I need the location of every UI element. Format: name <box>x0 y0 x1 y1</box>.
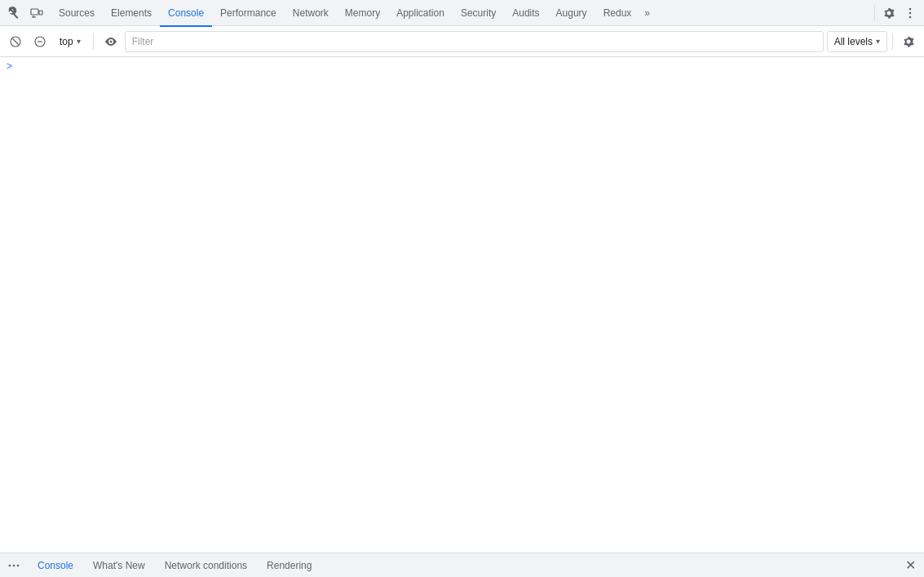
close-drawer-button[interactable]: ✕ <box>900 555 921 576</box>
tab-network-conditions[interactable]: Network conditions <box>155 554 257 578</box>
svg-rect-1 <box>39 11 42 15</box>
preserve-log-button[interactable] <box>29 31 51 52</box>
context-arrow: ▾ <box>77 37 81 46</box>
levels-arrow: ▾ <box>876 37 880 46</box>
context-selector[interactable]: top ▾ <box>54 31 86 52</box>
tab-elements[interactable]: Elements <box>103 1 160 27</box>
tab-memory[interactable]: Memory <box>337 1 388 27</box>
more-tabs-button[interactable]: » <box>639 0 655 26</box>
prompt-arrow: > <box>7 60 12 72</box>
inspect-element-button[interactable] <box>3 2 24 24</box>
device-toolbar-button[interactable] <box>26 2 47 24</box>
device-icon <box>30 7 43 20</box>
console-output: > <box>0 57 924 553</box>
menu-icon <box>7 559 20 572</box>
divider <box>874 5 875 21</box>
tab-augury[interactable]: Augury <box>548 1 595 27</box>
svg-point-4 <box>909 7 912 10</box>
eye-button[interactable] <box>100 31 122 52</box>
svg-point-12 <box>9 564 11 566</box>
svg-point-5 <box>909 11 912 14</box>
more-vert-icon <box>904 7 917 20</box>
tab-sources[interactable]: Sources <box>51 1 103 27</box>
tab-security[interactable]: Security <box>453 1 504 27</box>
eye-icon <box>104 35 117 48</box>
svg-point-13 <box>13 564 15 566</box>
levels-selector[interactable]: All levels ▾ <box>827 31 887 52</box>
tab-audits[interactable]: Audits <box>504 1 547 27</box>
top-tab-bar: Sources Elements Console Performance Net… <box>0 0 924 26</box>
clear-console-button[interactable] <box>5 31 26 52</box>
console-settings-button[interactable] <box>898 31 919 52</box>
inspect-icon <box>7 7 20 20</box>
bottom-tab-bar: Console What's New Network conditions Re… <box>0 553 924 577</box>
tab-performance[interactable]: Performance <box>212 1 285 27</box>
preserve-icon <box>33 35 46 48</box>
clear-icon <box>9 35 22 48</box>
tab-rendering[interactable]: Rendering <box>257 554 321 578</box>
devtools-icons <box>3 2 47 24</box>
toolbar-divider <box>93 33 94 50</box>
console-prompt-line: > <box>0 57 924 75</box>
tab-network[interactable]: Network <box>285 1 337 27</box>
tab-console[interactable]: Console <box>160 1 212 27</box>
filter-input[interactable] <box>125 31 824 52</box>
tab-whats-new[interactable]: What's New <box>83 554 155 578</box>
svg-line-8 <box>13 38 19 44</box>
bottom-tab-right: ✕ <box>900 555 921 576</box>
customize-button[interactable] <box>900 2 921 24</box>
devtools-settings-button[interactable] <box>878 2 900 24</box>
tab-redux[interactable]: Redux <box>595 1 640 27</box>
svg-point-14 <box>17 564 20 566</box>
svg-rect-0 <box>31 9 38 15</box>
tab-application[interactable]: Application <box>388 1 453 27</box>
toolbar-divider-2 <box>892 33 893 50</box>
svg-point-11 <box>109 40 112 42</box>
tab-bar-right <box>871 2 921 24</box>
gear-icon <box>902 35 915 48</box>
tab-console-bottom[interactable]: Console <box>28 554 83 578</box>
console-toolbar: top ▾ All levels ▾ <box>0 26 924 57</box>
drawer-menu-button[interactable] <box>3 555 24 576</box>
settings-icon <box>882 7 895 20</box>
svg-point-6 <box>909 16 912 18</box>
